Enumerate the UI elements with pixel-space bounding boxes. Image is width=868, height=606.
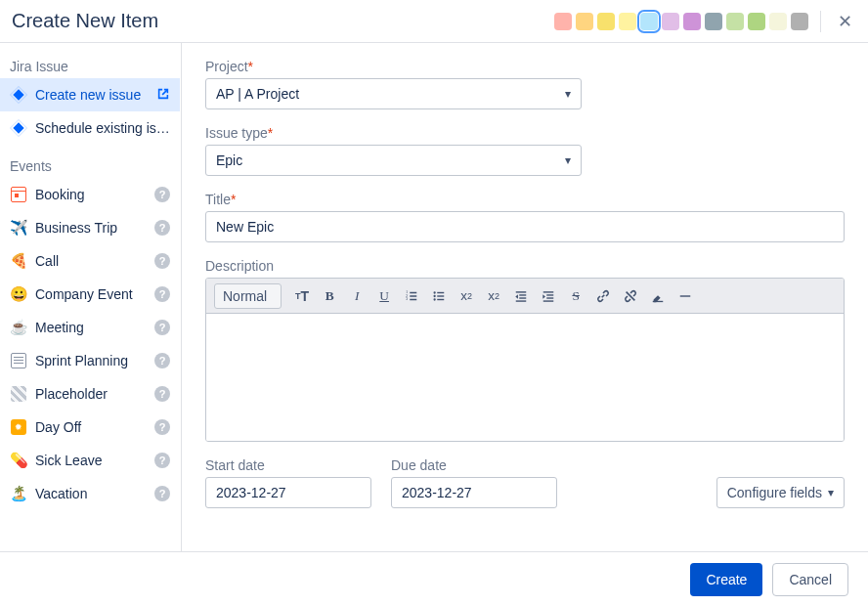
color-swatch[interactable] xyxy=(683,13,701,30)
start-date-input-wrapper xyxy=(205,477,371,508)
help-icon[interactable]: ? xyxy=(154,353,170,368)
font-size-icon[interactable]: TT xyxy=(289,283,315,309)
sidebar-item-label: Company Event xyxy=(35,286,147,302)
sidebar-item-label: Schedule existing issue xyxy=(35,120,170,136)
due-date-input[interactable] xyxy=(402,485,546,500)
sidebar-item-label: Meeting xyxy=(35,320,147,335)
title-input-wrapper xyxy=(205,211,845,242)
sidebar[interactable]: Jira Issue Create new issueSchedule exis… xyxy=(0,43,181,551)
editor-toolbar: Normal TT B I U 123 x2 x2 xyxy=(206,279,844,314)
title-input[interactable] xyxy=(216,219,834,235)
svg-rect-12 xyxy=(516,291,527,292)
sidebar-item-jira[interactable]: Schedule existing issue xyxy=(0,111,180,145)
sidebar-item-label: Sprint Planning xyxy=(35,353,147,368)
project-label: Project* xyxy=(205,59,845,74)
chevron-down-icon: ▾ xyxy=(565,153,571,167)
help-icon[interactable]: ? xyxy=(154,386,170,402)
color-swatch[interactable] xyxy=(705,13,722,30)
sidebar-item-event[interactable]: 😀Company Event? xyxy=(0,278,180,311)
underline-icon[interactable]: U xyxy=(371,283,397,309)
project-select[interactable]: AP | A Project ▾ xyxy=(205,78,582,109)
color-swatch[interactable] xyxy=(597,13,615,30)
sidebar-item-jira[interactable]: Create new issue xyxy=(0,78,180,111)
start-date-input[interactable] xyxy=(216,485,361,500)
description-textarea[interactable] xyxy=(206,314,844,441)
sidebar-item-event[interactable]: ✹Day Off? xyxy=(0,411,180,444)
sidebar-item-event[interactable]: Booking? xyxy=(0,178,180,211)
color-swatch[interactable] xyxy=(619,13,636,30)
due-date-input-wrapper xyxy=(391,477,557,508)
header-divider xyxy=(820,11,821,32)
help-icon[interactable]: ? xyxy=(154,419,170,435)
palm-icon: 🏝️ xyxy=(10,485,27,502)
link-icon[interactable] xyxy=(590,283,616,309)
svg-marker-21 xyxy=(542,294,545,298)
jira-diamond-icon xyxy=(10,86,27,104)
smile-icon: 😀 xyxy=(10,285,27,303)
sidebar-item-event[interactable]: 🍕Call? xyxy=(0,244,180,278)
help-icon[interactable]: ? xyxy=(154,486,170,501)
sidebar-section-jira: Jira Issue xyxy=(0,53,180,78)
close-button[interactable]: ✕ xyxy=(833,10,856,33)
color-swatch[interactable] xyxy=(791,13,808,30)
chevron-down-icon: ▾ xyxy=(828,486,834,499)
help-icon[interactable]: ? xyxy=(154,453,170,468)
color-swatch[interactable] xyxy=(769,13,787,30)
help-icon[interactable]: ? xyxy=(154,320,170,335)
unordered-list-icon[interactable] xyxy=(426,283,452,309)
sidebar-item-label: Create new issue xyxy=(35,87,149,103)
svg-rect-9 xyxy=(437,291,444,292)
ordered-list-icon[interactable]: 123 xyxy=(399,283,424,309)
clear-format-icon[interactable] xyxy=(645,283,671,309)
color-swatch[interactable] xyxy=(748,13,765,30)
outdent-icon[interactable] xyxy=(508,283,534,309)
color-swatch[interactable] xyxy=(576,13,593,30)
svg-text:3: 3 xyxy=(406,296,409,301)
sidebar-item-event[interactable]: 💊Sick Leave? xyxy=(0,444,180,477)
color-swatch[interactable] xyxy=(640,13,658,30)
help-icon[interactable]: ? xyxy=(154,253,170,269)
configure-fields-button[interactable]: Configure fields ▾ xyxy=(716,477,845,508)
horizontal-rule-icon[interactable] xyxy=(673,283,698,309)
text-style-select[interactable]: Normal xyxy=(214,283,282,309)
create-button[interactable]: Create xyxy=(690,563,762,596)
color-swatch[interactable] xyxy=(662,13,679,30)
help-icon[interactable]: ? xyxy=(154,220,170,236)
svg-rect-19 xyxy=(546,297,553,298)
sidebar-item-event[interactable]: ✈️Business Trip? xyxy=(0,211,180,244)
superscript-icon[interactable]: x2 xyxy=(481,283,506,309)
italic-icon[interactable]: I xyxy=(344,283,369,309)
sidebar-item-event[interactable]: Placeholder? xyxy=(0,377,180,411)
issue-type-value: Epic xyxy=(216,152,242,168)
svg-rect-15 xyxy=(516,300,527,301)
sidebar-item-event[interactable]: 🏝️Vacation? xyxy=(0,477,180,510)
help-icon[interactable]: ? xyxy=(154,187,170,202)
field-project: Project* AP | A Project ▾ xyxy=(205,59,845,109)
subscript-icon[interactable]: x2 xyxy=(454,283,479,309)
sidebar-item-event[interactable]: ☕Meeting? xyxy=(0,311,180,344)
help-icon[interactable]: ? xyxy=(154,286,170,302)
jira-diamond-icon xyxy=(10,119,27,137)
sidebar-item-event[interactable]: Sprint Planning? xyxy=(0,344,180,377)
field-start-date: Start date xyxy=(205,457,371,508)
sidebar-item-label: Booking xyxy=(35,187,147,202)
issue-type-select[interactable]: Epic ▾ xyxy=(205,145,582,176)
indent-icon[interactable] xyxy=(536,283,561,309)
strikethrough-icon[interactable]: S xyxy=(563,283,588,309)
sidebar-section-events: Events xyxy=(0,152,180,178)
main-form: Project* AP | A Project ▾ Issue type* Ep… xyxy=(181,43,868,551)
color-swatch[interactable] xyxy=(554,13,572,30)
sidebar-events-list: Booking?✈️Business Trip?🍕Call?😀Company E… xyxy=(0,178,180,510)
dialog-footer: Create Cancel xyxy=(0,551,868,606)
field-issue-type: Issue type* Epic ▾ xyxy=(205,125,845,176)
svg-rect-17 xyxy=(543,291,554,292)
unlink-icon[interactable] xyxy=(618,283,643,309)
color-swatch-row xyxy=(554,13,808,30)
cancel-button[interactable]: Cancel xyxy=(772,563,848,596)
svg-marker-16 xyxy=(515,294,518,298)
bold-icon[interactable]: B xyxy=(317,283,342,309)
external-link-icon xyxy=(156,87,170,104)
required-asterisk: * xyxy=(231,192,236,207)
sidebar-item-label: Vacation xyxy=(35,486,147,501)
color-swatch[interactable] xyxy=(726,13,744,30)
